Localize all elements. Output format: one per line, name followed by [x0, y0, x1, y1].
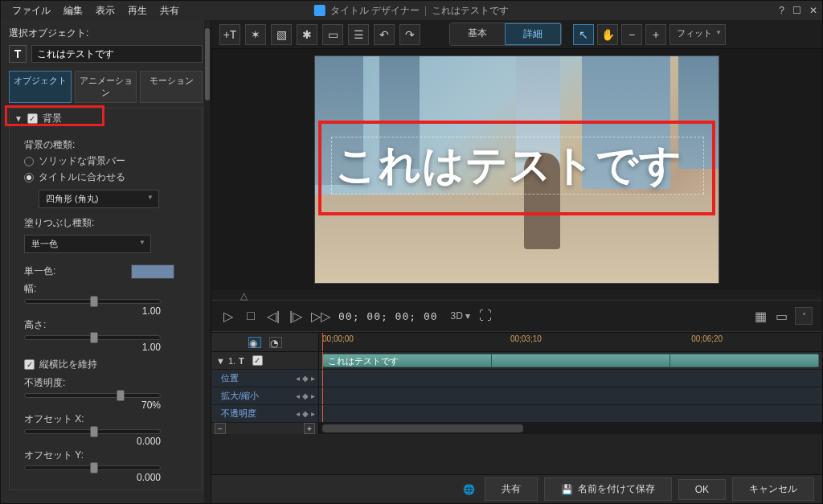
- width-slider[interactable]: [24, 299, 161, 304]
- collapse-toggle[interactable]: ˅: [795, 307, 813, 325]
- track-header-position[interactable]: 位置 ◂ ◆ ▸: [211, 370, 319, 387]
- add-image-button[interactable]: ▧: [271, 24, 292, 45]
- ruler-tick: 00;00;00: [322, 334, 354, 343]
- timeline-hscrollbar[interactable]: [319, 423, 822, 434]
- stop-button[interactable]: □: [244, 309, 258, 323]
- preview-canvas[interactable]: これはテストです: [314, 55, 719, 284]
- offset-x-label: オフセット X:: [24, 412, 195, 426]
- prev-frame-button[interactable]: ◁|: [266, 309, 280, 324]
- add-text-button[interactable]: +T: [219, 24, 240, 45]
- shape-select[interactable]: 四角形 (角丸): [39, 190, 159, 208]
- track-header-main[interactable]: ▼ 1. T ✓: [211, 352, 319, 369]
- close-icon[interactable]: ✕: [809, 5, 817, 16]
- lock-aspect-checkbox[interactable]: ✓: [24, 359, 35, 370]
- undo-button[interactable]: ↶: [374, 24, 395, 45]
- save-as-button[interactable]: 💾名前を付けて保存: [544, 477, 672, 501]
- clock-tab-icon[interactable]: ◔: [269, 337, 282, 348]
- mode-basic[interactable]: 基本: [450, 23, 505, 45]
- fill-select[interactable]: 単一色: [24, 235, 151, 253]
- offset-y-slider[interactable]: [24, 465, 161, 470]
- playhead-marker-icon[interactable]: △: [240, 290, 248, 301]
- opacity-slider[interactable]: [24, 393, 161, 398]
- offset-y-value: 0.000: [24, 472, 161, 483]
- ruler-tick: 00;06;20: [691, 334, 723, 343]
- share-button[interactable]: 共有: [485, 477, 538, 501]
- track-header-opacity[interactable]: 不透明度 ◂ ◆ ▸: [211, 405, 319, 422]
- panel-background-header[interactable]: ▼ ✓ 背景: [10, 109, 202, 129]
- tab-object[interactable]: オブジェクト: [9, 71, 72, 103]
- height-slider[interactable]: [24, 335, 161, 340]
- align-button[interactable]: ☰: [348, 24, 369, 45]
- add-effect-button[interactable]: ✱: [297, 24, 317, 45]
- add-particle-button[interactable]: ✶: [245, 24, 266, 45]
- redo-button[interactable]: ↷: [399, 24, 420, 45]
- play-button[interactable]: ▷: [221, 309, 235, 324]
- menu-view[interactable]: 表示: [89, 4, 121, 18]
- menu-edit[interactable]: 編集: [57, 4, 89, 18]
- track-lane-main[interactable]: これはテストです: [319, 352, 822, 369]
- toggle-box-button[interactable]: ▭: [322, 24, 343, 45]
- fullscreen-button[interactable]: ⛶: [478, 309, 493, 323]
- pan-tool[interactable]: ✋: [597, 24, 618, 45]
- tab-animation[interactable]: アニメーション: [75, 71, 137, 103]
- lock-aspect-row[interactable]: ✓ 縦横比を維持: [24, 358, 195, 371]
- move-tool[interactable]: ↖: [573, 24, 594, 45]
- offset-y-label: オフセット Y:: [24, 449, 195, 462]
- app-title: タイトル デザイナー: [330, 4, 420, 18]
- 3d-toggle[interactable]: 3D ▾: [451, 310, 471, 322]
- opacity-label: 不透明度:: [24, 376, 195, 390]
- track-lane-scale[interactable]: [319, 387, 822, 404]
- left-sidebar: 選択オブジェクト: T オブジェクト アニメーション モーション ▼ ✓ 背景 …: [1, 20, 211, 503]
- playhead[interactable]: [322, 333, 323, 351]
- maximize-icon[interactable]: ☐: [792, 5, 801, 16]
- app-logo-icon: [314, 5, 326, 16]
- time-ruler[interactable]: 00;00;00 00;03;10 00;06;20: [319, 333, 822, 351]
- color-swatch[interactable]: [131, 264, 174, 279]
- keyframe-nav[interactable]: ◂ ◆ ▸: [296, 391, 315, 400]
- ok-button[interactable]: OK: [678, 479, 726, 500]
- zoom-in-button[interactable]: +: [645, 24, 666, 45]
- keyframe-nav[interactable]: ◂ ◆ ▸: [296, 409, 315, 418]
- globe-icon[interactable]: 🌐: [463, 484, 475, 495]
- background-enable-checkbox[interactable]: ✓: [27, 113, 38, 124]
- safe-zone-button[interactable]: ▭: [774, 309, 788, 324]
- radio-icon: [24, 157, 34, 166]
- cancel-button[interactable]: キャンセル: [732, 477, 814, 501]
- menu-share[interactable]: 共有: [154, 4, 186, 18]
- object-name-input[interactable]: [31, 45, 203, 63]
- menu-file[interactable]: ファイル: [6, 4, 57, 18]
- track-lane-position[interactable]: [319, 370, 822, 387]
- title-text-content[interactable]: これはテストです: [331, 137, 704, 195]
- preview-canvas-wrap: これはテストです: [211, 49, 822, 290]
- fast-forward-button[interactable]: ▷▷: [311, 309, 326, 324]
- doc-title: これはテストです: [432, 4, 509, 18]
- playback-controls: ▷ □ ◁| |▷ ▷▷ 00; 00; 00; 00 3D ▾ ⛶ ▦ ▭ ˅: [211, 300, 822, 332]
- radio-icon-selected: [24, 173, 34, 182]
- menu-play[interactable]: 再生: [121, 4, 154, 18]
- title-center: タイトル デザイナー | これはテストです: [314, 4, 509, 18]
- panel-background-title: 背景: [43, 112, 62, 125]
- timeline-zoom-in[interactable]: +: [304, 423, 315, 434]
- sidebar-scrollbar[interactable]: [204, 20, 211, 503]
- zoom-out-button[interactable]: −: [621, 24, 642, 45]
- tab-motion[interactable]: モーション: [140, 71, 203, 103]
- toolbar: +T ✶ ▧ ✱ ▭ ☰ ↶ ↷ 基本 詳細 ↖ ✋ − + フィット: [211, 20, 822, 49]
- grid-view-button[interactable]: ▦: [753, 309, 768, 324]
- timecode[interactable]: 00; 00; 00; 00: [338, 310, 438, 322]
- radio-solid-bar[interactable]: ソリッドな背景バー: [24, 154, 195, 168]
- keyframe-nav[interactable]: ◂ ◆ ▸: [296, 374, 315, 383]
- help-icon[interactable]: ?: [779, 5, 784, 16]
- offset-x-slider[interactable]: [24, 429, 161, 434]
- title-clip[interactable]: これはテストです: [322, 354, 819, 367]
- panel-background: ▼ ✓ 背景 背景の種類: ソリッドな背景バー タイトルに合わせる 四角形 (角…: [9, 108, 203, 490]
- track-lane-opacity[interactable]: [319, 405, 822, 422]
- next-frame-button[interactable]: |▷: [289, 309, 303, 324]
- track-visible-checkbox[interactable]: ✓: [252, 355, 263, 366]
- zoom-fit-select[interactable]: フィット: [669, 24, 726, 45]
- radio-fit-title[interactable]: タイトルに合わせる: [24, 170, 195, 184]
- timeline-zoom-out[interactable]: −: [215, 423, 226, 434]
- mode-advanced[interactable]: 詳細: [505, 23, 561, 45]
- title-text-object[interactable]: これはテストです: [331, 137, 704, 188]
- track-header-scale[interactable]: 拡大/縮小 ◂ ◆ ▸: [211, 387, 319, 404]
- keyframe-tab-icon[interactable]: ◉: [248, 337, 261, 348]
